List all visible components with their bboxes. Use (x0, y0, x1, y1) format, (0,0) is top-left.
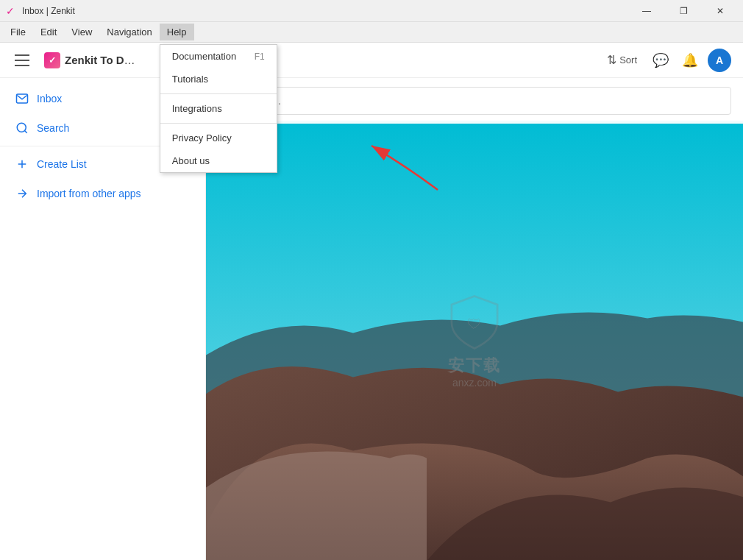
help-dropdown: Documentation F1 Tutorials Integrations … (160, 44, 277, 173)
menu-integrations[interactable]: Integrations (160, 97, 277, 120)
inbox-label: Inbox (37, 93, 62, 104)
zenkit-logo-icon: ✓ (44, 52, 60, 68)
minimize-button[interactable]: — (630, 0, 664, 22)
hamburger-button[interactable] (12, 49, 35, 72)
hamburger-line-1 (15, 54, 29, 56)
menu-tutorials[interactable]: Tutorials (160, 68, 277, 91)
add-task-bar (206, 78, 743, 124)
dropdown-divider-1 (160, 93, 277, 94)
restore-button[interactable]: ❐ (666, 0, 700, 22)
menu-view[interactable]: View (64, 24, 99, 40)
close-button[interactable]: ✕ (703, 0, 737, 22)
create-list-icon (15, 157, 29, 171)
bell-icon: 🔔 (682, 52, 698, 68)
chat-button[interactable]: 💬 (649, 49, 672, 72)
svg-line-2 (24, 130, 26, 132)
hamburger-line-3 (15, 65, 29, 66)
app-container: ✓ Zenkit To D… ⇅ Sort 💬 🔔 A (0, 43, 743, 560)
title-bar-left: ✓ Inbox | Zenkit (6, 5, 75, 17)
avatar-button[interactable]: A (708, 49, 731, 72)
app-brand: ✓ Zenkit To D… (44, 52, 135, 68)
create-list-label: Create List (37, 158, 87, 170)
menu-file[interactable]: File (3, 24, 33, 40)
title-bar: ✓ Inbox | Zenkit — ❐ ✕ (0, 0, 743, 22)
dropdown-divider-2 (160, 123, 277, 124)
main-layout: Inbox Search Crea (0, 78, 743, 560)
sidebar-item-import[interactable]: Import from other apps (0, 179, 205, 208)
menu-documentation[interactable]: Documentation F1 (160, 45, 277, 68)
menu-privacy-policy[interactable]: Privacy Policy (160, 127, 277, 149)
add-task-input[interactable] (218, 87, 731, 115)
menu-help[interactable]: Help Documentation F1 Tutorials Integrat… (160, 24, 194, 40)
title-bar-controls: — ❐ ✕ (630, 0, 737, 22)
sort-button[interactable]: ⇅ Sort (601, 50, 643, 70)
sort-icon: ⇅ (607, 53, 616, 67)
app-toolbar: ✓ Zenkit To D… ⇅ Sort 💬 🔔 A (0, 43, 743, 78)
menu-edit[interactable]: Edit (33, 24, 64, 40)
content-area: 🛡 安下载 anxz.com (206, 78, 743, 560)
notifications-button[interactable]: 🔔 (678, 49, 702, 72)
app-brand-title: Zenkit To D… (65, 54, 135, 66)
hamburger-line-2 (15, 60, 29, 61)
svg-point-1 (17, 123, 26, 132)
app-icon: ✓ (6, 5, 18, 17)
inbox-icon (15, 91, 29, 106)
desert-background: 🛡 安下载 anxz.com (206, 121, 743, 560)
import-label: Import from other apps (37, 188, 141, 199)
import-icon (15, 186, 29, 201)
search-icon (15, 121, 29, 135)
search-label: Search (37, 122, 69, 134)
sort-label: Sort (619, 54, 637, 65)
title-bar-text: Inbox | Zenkit (22, 6, 75, 16)
menu-about-us[interactable]: About us (160, 149, 277, 172)
chat-icon: 💬 (653, 52, 669, 68)
toolbar-right: ⇅ Sort 💬 🔔 A (601, 49, 731, 72)
menu-navigation[interactable]: Navigation (99, 24, 159, 40)
menu-bar: File Edit View Navigation Help Documenta… (0, 22, 743, 43)
